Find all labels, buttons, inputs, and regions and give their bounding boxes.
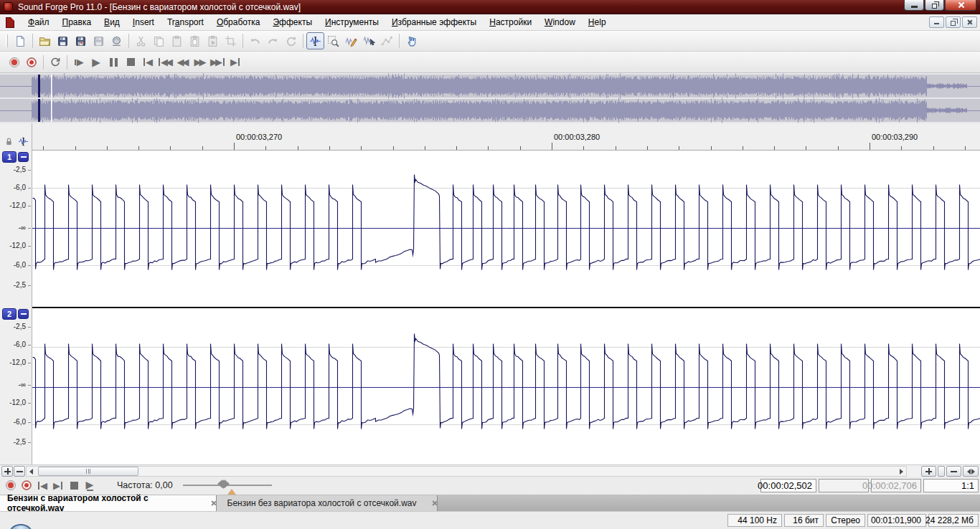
rewind-all-button[interactable]: ◀◀ [156, 54, 174, 71]
doc-minimize-button[interactable] [929, 16, 944, 28]
selection-end-display[interactable]: 00:00:02,706 [871, 479, 921, 492]
zoom-out-vertical-button[interactable] [14, 466, 25, 477]
document-tab-0[interactable]: Бензин с вариатором холостой с отсечкой.… [0, 495, 217, 511]
open-folder-button[interactable] [36, 32, 54, 49]
db-scale-tick [28, 385, 31, 386]
toolbar-grip[interactable] [6, 34, 8, 47]
pause-button[interactable] [105, 54, 122, 71]
zoom-out-time-button[interactable] [946, 466, 961, 477]
paste-event-icon [207, 35, 219, 47]
menu-item-3[interactable]: Insert [126, 15, 161, 29]
cursor-position-display[interactable]: 00:00:02,502 [760, 479, 816, 492]
edit-tool-button[interactable] [306, 32, 324, 49]
waveform-canvas[interactable] [32, 151, 980, 464]
save-button[interactable] [54, 32, 72, 49]
channel-2-minimize-button[interactable] [18, 309, 29, 319]
menu-item-2[interactable]: Вид [98, 15, 126, 29]
rate-slider[interactable] [183, 477, 283, 495]
db-scale-label: -6,0 [14, 418, 26, 426]
ruler-minor-tick [616, 146, 616, 150]
menu-item-4[interactable]: Transport [161, 15, 210, 29]
stop-button[interactable] [122, 54, 139, 71]
windows-start-orb[interactable] [9, 524, 32, 529]
close-button[interactable] [945, 0, 976, 11]
loop-playback-button[interactable] [47, 54, 64, 71]
repeat-button [282, 32, 300, 49]
app-logo-icon [4, 2, 13, 11]
zoom-in-time-button[interactable] [921, 466, 936, 477]
go-to-start-icon: ◀ [143, 57, 153, 67]
menu-item-10[interactable]: Window [538, 15, 582, 29]
record-button[interactable] [6, 54, 23, 71]
channel-1-minimize-button[interactable] [18, 152, 29, 162]
menu-item-9[interactable]: Настройки [483, 15, 538, 29]
help-pointer-button[interactable] [402, 32, 420, 49]
menu-item-5[interactable]: Обработка [210, 15, 267, 29]
magnify-tool-button[interactable] [324, 32, 342, 49]
stop-button[interactable] [66, 478, 82, 492]
menu-item-8[interactable]: Избранные эффекты [385, 15, 483, 29]
menu-item-1[interactable]: Правка [56, 15, 98, 29]
go-to-end-button[interactable]: ▶ [227, 54, 244, 71]
zoom-in-vertical-button[interactable] [1, 466, 13, 477]
document-icon [6, 17, 14, 28]
record-arm-button[interactable] [19, 478, 34, 492]
paste-special-icon [189, 35, 201, 47]
menu-item-7[interactable]: Инструменты [319, 15, 385, 29]
menu-item-0[interactable]: Файл [22, 15, 56, 29]
play-button[interactable]: ▶ [88, 54, 105, 71]
record-button[interactable] [3, 478, 19, 492]
event-tool-button[interactable] [360, 32, 378, 49]
menu-item-6[interactable]: Эффекты [266, 15, 319, 29]
new-file-button[interactable] [11, 32, 29, 49]
minimize-button[interactable] [904, 0, 924, 11]
ruler-minor-tick [774, 146, 775, 150]
forward-all-button[interactable]: ▶▶ [209, 54, 227, 71]
zoom-grip[interactable] [938, 466, 945, 477]
record-arm-button[interactable] [23, 54, 40, 71]
document-tab-1[interactable]: Бензин без вариатора холостой с отсечкой… [217, 495, 438, 511]
render-as-button[interactable] [108, 32, 126, 49]
play-normal-button[interactable]: ▶ [82, 478, 98, 492]
doc-close-button[interactable] [962, 16, 977, 28]
forward-button[interactable]: ▶▶ [192, 54, 209, 71]
db-scale-tick [28, 188, 31, 189]
channel-1-badge[interactable]: 1 [2, 151, 17, 163]
scrollbar-thumb[interactable] [38, 467, 138, 476]
window-title: Sound Forge Pro 11.0 - [Бензин с вариато… [18, 2, 301, 12]
go-to-end-button[interactable]: ▶ [50, 478, 66, 492]
selection-start-display[interactable] [819, 479, 869, 492]
restore-button[interactable] [925, 0, 944, 11]
go-to-start-button[interactable]: ◀ [34, 478, 50, 492]
trim-icon [225, 35, 237, 47]
play-all-button[interactable]: ▶ [70, 54, 88, 71]
rewind-all-icon: ◀◀ [158, 57, 173, 67]
menu-item-11[interactable]: Help [582, 15, 613, 29]
zoom-fit-button[interactable] [963, 466, 979, 477]
rate-slider-thumb[interactable] [217, 480, 230, 488]
ruler-tick-label: 00:00:03,270 [236, 133, 282, 141]
edit-tool-mini-icon[interactable] [18, 136, 29, 147]
document-tab-bar: Бензин с вариатором холостой с отсечкой.… [0, 495, 980, 511]
doc-restore-button[interactable] [946, 16, 961, 28]
overview-waveform-canvas[interactable] [0, 73, 980, 123]
title-bar: Sound Forge Pro 11.0 - [Бензин с вариато… [0, 0, 980, 14]
channel-2-badge[interactable]: 2 [2, 308, 17, 320]
db-scale-label: -2,5 [14, 323, 26, 330]
new-file-icon [14, 35, 27, 47]
pencil-tool-button[interactable] [342, 32, 360, 49]
rewind-button[interactable]: ◀◀ [174, 54, 192, 71]
time-ruler[interactable]: 00:00:03,27000:00:03,28000:00:03,290 [32, 123, 980, 151]
db-scale-label: -∞ [19, 381, 26, 389]
scrollbar-track[interactable] [26, 466, 907, 477]
overview-bar[interactable] [0, 73, 980, 123]
scroll-left-icon[interactable] [29, 469, 33, 475]
zoom-ratio-display[interactable]: 1:1 [923, 479, 979, 492]
ruler-tick-label: 00:00:03,280 [554, 133, 600, 141]
scroll-right-icon[interactable] [900, 469, 903, 475]
help-pointer-icon [405, 35, 418, 47]
db-scale-column: 1-2,5-6,0-12,0-∞-12,0-6,0-2,52-2,5-6,0-1… [0, 151, 32, 464]
go-to-start-button[interactable]: ◀ [139, 54, 156, 71]
lock-icon [4, 137, 14, 146]
save-as-button[interactable] [72, 32, 90, 49]
